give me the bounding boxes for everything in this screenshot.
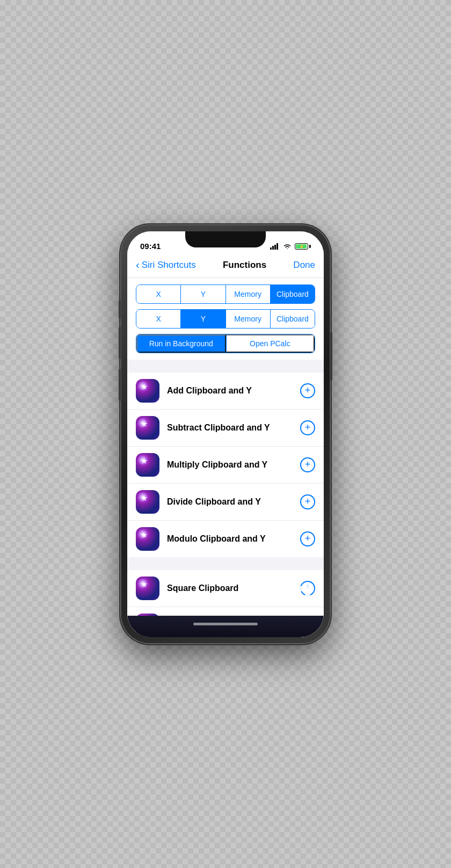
siri-icon bbox=[136, 379, 159, 403]
status-time: 09:41 bbox=[140, 242, 161, 251]
status-icons: ⚡ bbox=[270, 243, 311, 250]
svg-rect-3 bbox=[277, 243, 278, 250]
chevron-left-icon: ‹ bbox=[136, 259, 140, 271]
section-gap-2 bbox=[127, 557, 324, 570]
divide-clipboard-y-button[interactable]: + bbox=[300, 494, 315, 509]
svg-rect-1 bbox=[272, 246, 274, 250]
run-open-control: Run in Background Open PCalc bbox=[136, 334, 315, 353]
siri-icon bbox=[136, 453, 159, 477]
segment-clipboard-1[interactable]: Clipboard bbox=[270, 285, 315, 303]
segment-clipboard-2[interactable]: Clipboard bbox=[270, 310, 315, 328]
multiply-clipboard-y-button[interactable]: + bbox=[300, 457, 315, 472]
segment-y-2[interactable]: Y bbox=[180, 310, 225, 328]
wifi-icon bbox=[283, 243, 292, 250]
segment-y-1[interactable]: Y bbox=[180, 285, 225, 303]
list-item: Divide Clipboard and Y + bbox=[127, 484, 324, 521]
phone-screen: 09:41 ⚡ bbox=[127, 231, 324, 637]
add-clipboard-y-button[interactable]: + bbox=[300, 383, 315, 398]
subtract-clipboard-y-button[interactable]: + bbox=[300, 420, 315, 435]
notch bbox=[185, 231, 266, 247]
add-clipboard-y-label: Add Clipboard and Y bbox=[167, 386, 293, 396]
segment-memory-2[interactable]: Memory bbox=[226, 310, 270, 328]
back-button[interactable]: ‹ Siri Shortcuts bbox=[136, 259, 196, 271]
segment-x-2[interactable]: X bbox=[136, 310, 180, 328]
list-item: Add Clipboard and Y + bbox=[127, 373, 324, 410]
segment-x-1[interactable]: X bbox=[136, 285, 180, 303]
list-item: Square Clipboard + bbox=[127, 570, 324, 607]
svg-rect-2 bbox=[274, 245, 276, 250]
list-item: Subtract Clipboard and Y + bbox=[127, 410, 324, 447]
segment-section: X Y Memory Clipboard X Y Memory Clipboar… bbox=[127, 278, 324, 360]
navigation-bar: ‹ Siri Shortcuts Functions Done bbox=[127, 255, 324, 278]
done-button[interactable]: Done bbox=[293, 260, 315, 271]
square-clipboard-label: Square Clipboard bbox=[167, 583, 293, 593]
segment-memory-1[interactable]: Memory bbox=[226, 285, 270, 303]
home-indicator[interactable] bbox=[193, 623, 258, 625]
signal-icon bbox=[270, 243, 280, 250]
volume-up-button[interactable] bbox=[119, 327, 121, 359]
square-clipboard-button[interactable]: + bbox=[300, 581, 315, 596]
run-background-button[interactable]: Run in Background bbox=[136, 334, 226, 353]
open-pcalc-button[interactable]: Open PCalc bbox=[226, 334, 315, 353]
back-label: Siri Shortcuts bbox=[142, 260, 196, 271]
mute-button[interactable] bbox=[119, 300, 121, 319]
list-section-1: Add Clipboard and Y + Subtract Clipboard… bbox=[127, 373, 324, 557]
modulo-clipboard-y-button[interactable]: + bbox=[300, 531, 315, 546]
multiply-clipboard-y-label: Multiply Clipboard and Y bbox=[167, 460, 293, 470]
home-indicator-area bbox=[127, 616, 324, 637]
siri-icon bbox=[136, 416, 159, 440]
subtract-clipboard-y-label: Subtract Clipboard and Y bbox=[167, 423, 293, 433]
page-title: Functions bbox=[223, 260, 266, 271]
svg-rect-0 bbox=[270, 247, 272, 250]
power-button[interactable] bbox=[330, 332, 332, 381]
battery-icon: ⚡ bbox=[295, 243, 311, 250]
divide-clipboard-y-label: Divide Clipboard and Y bbox=[167, 497, 293, 507]
segment-control-1: X Y Memory Clipboard bbox=[136, 285, 315, 304]
list-item: Modulo Clipboard and Y + bbox=[127, 521, 324, 557]
siri-icon bbox=[136, 577, 159, 600]
volume-down-button[interactable] bbox=[119, 369, 121, 401]
section-gap-1 bbox=[127, 360, 324, 373]
segment-control-2: X Y Memory Clipboard bbox=[136, 309, 315, 329]
list-item: Multiply Clipboard and Y + bbox=[127, 447, 324, 484]
main-content: X Y Memory Clipboard X Y Memory Clipboar… bbox=[127, 278, 324, 637]
siri-icon bbox=[136, 527, 159, 551]
modulo-clipboard-y-label: Modulo Clipboard and Y bbox=[167, 534, 293, 544]
siri-icon bbox=[136, 490, 159, 514]
phone-device: 09:41 ⚡ bbox=[121, 225, 330, 644]
